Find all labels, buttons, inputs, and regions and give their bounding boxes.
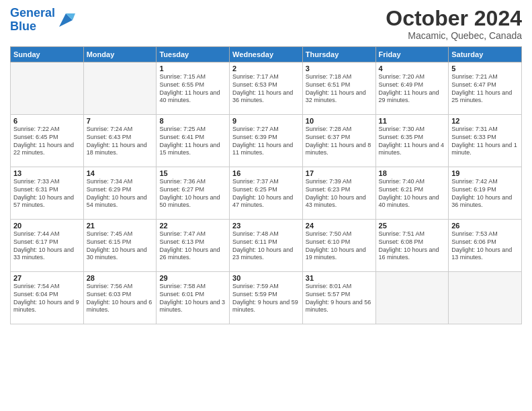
table-row: 29Sunrise: 7:58 AM Sunset: 6:01 PM Dayli… <box>157 272 230 324</box>
cell-info: Sunrise: 7:34 AM Sunset: 6:29 PM Dayligh… <box>87 178 154 210</box>
table-row: 2Sunrise: 7:17 AM Sunset: 6:53 PM Daylig… <box>230 62 303 115</box>
cell-info: Sunrise: 7:42 AM Sunset: 6:19 PM Dayligh… <box>451 178 519 210</box>
table-row: 22Sunrise: 7:47 AM Sunset: 6:13 PM Dayli… <box>157 220 230 272</box>
cell-info: Sunrise: 7:17 AM Sunset: 6:53 PM Dayligh… <box>232 73 300 105</box>
col-saturday: Saturday <box>449 47 522 62</box>
table-row: 25Sunrise: 7:51 AM Sunset: 6:08 PM Dayli… <box>375 220 449 272</box>
cell-date: 2 <box>232 64 300 73</box>
cell-date: 27 <box>13 274 81 282</box>
cell-info: Sunrise: 7:20 AM Sunset: 6:49 PM Dayligh… <box>379 73 446 105</box>
logo-icon <box>56 11 75 30</box>
cell-info: Sunrise: 7:48 AM Sunset: 6:11 PM Dayligh… <box>232 230 300 262</box>
cell-date: 26 <box>451 222 519 230</box>
table-row: 31Sunrise: 8:01 AM Sunset: 5:57 PM Dayli… <box>302 272 375 324</box>
cell-date: 5 <box>451 64 519 73</box>
table-row: 7Sunrise: 7:24 AM Sunset: 6:43 PM Daylig… <box>83 115 157 167</box>
col-monday: Monday <box>83 47 157 62</box>
table-row: 27Sunrise: 7:54 AM Sunset: 6:04 PM Dayli… <box>11 272 84 324</box>
calendar-table: Sunday Monday Tuesday Wednesday Thursday… <box>10 46 522 324</box>
col-wednesday: Wednesday <box>230 47 303 62</box>
table-row: 21Sunrise: 7:45 AM Sunset: 6:15 PM Dayli… <box>83 220 157 272</box>
table-row: 14Sunrise: 7:34 AM Sunset: 6:29 PM Dayli… <box>83 167 157 220</box>
cell-info: Sunrise: 7:33 AM Sunset: 6:31 PM Dayligh… <box>13 178 81 210</box>
col-tuesday: Tuesday <box>157 47 230 62</box>
cell-info: Sunrise: 7:22 AM Sunset: 6:45 PM Dayligh… <box>13 126 81 157</box>
cell-date: 28 <box>87 274 154 282</box>
table-row <box>83 62 157 115</box>
cell-date: 9 <box>232 117 300 125</box>
table-row: 13Sunrise: 7:33 AM Sunset: 6:31 PM Dayli… <box>11 167 84 220</box>
table-row: 24Sunrise: 7:50 AM Sunset: 6:10 PM Dayli… <box>302 220 375 272</box>
cell-date: 15 <box>159 169 226 177</box>
cell-date: 4 <box>379 64 446 73</box>
logo: General Blue <box>10 7 75 34</box>
table-row: 30Sunrise: 7:59 AM Sunset: 5:59 PM Dayli… <box>230 272 303 324</box>
calendar-week-4: 20Sunrise: 7:44 AM Sunset: 6:17 PM Dayli… <box>11 220 522 272</box>
cell-date: 30 <box>232 274 300 282</box>
cell-date: 22 <box>159 222 226 230</box>
table-row: 11Sunrise: 7:30 AM Sunset: 6:35 PM Dayli… <box>375 115 449 167</box>
cell-date: 11 <box>379 117 446 125</box>
cell-info: Sunrise: 7:37 AM Sunset: 6:25 PM Dayligh… <box>232 178 300 210</box>
cell-info: Sunrise: 7:39 AM Sunset: 6:23 PM Dayligh… <box>306 178 373 210</box>
cell-info: Sunrise: 7:47 AM Sunset: 6:13 PM Dayligh… <box>159 230 226 262</box>
cell-info: Sunrise: 7:53 AM Sunset: 6:06 PM Dayligh… <box>451 230 519 262</box>
cell-info: Sunrise: 7:24 AM Sunset: 6:43 PM Dayligh… <box>87 126 154 157</box>
cell-info: Sunrise: 7:18 AM Sunset: 6:51 PM Dayligh… <box>306 73 373 105</box>
cell-date: 8 <box>159 117 226 125</box>
table-row: 5Sunrise: 7:21 AM Sunset: 6:47 PM Daylig… <box>449 62 522 115</box>
cell-date: 17 <box>306 169 373 177</box>
cell-info: Sunrise: 7:15 AM Sunset: 6:55 PM Dayligh… <box>159 73 226 105</box>
cell-date: 29 <box>159 274 226 282</box>
table-row: 10Sunrise: 7:28 AM Sunset: 6:37 PM Dayli… <box>302 115 375 167</box>
cell-date: 16 <box>232 169 300 177</box>
table-row <box>375 272 449 324</box>
header-row: Sunday Monday Tuesday Wednesday Thursday… <box>11 47 522 62</box>
cell-info: Sunrise: 7:54 AM Sunset: 6:04 PM Dayligh… <box>13 283 81 314</box>
table-row: 12Sunrise: 7:31 AM Sunset: 6:33 PM Dayli… <box>449 115 522 167</box>
cell-date: 14 <box>87 169 154 177</box>
month-title: October 2024 <box>386 7 522 30</box>
cell-date: 23 <box>232 222 300 230</box>
cell-date: 6 <box>13 117 81 125</box>
cell-info: Sunrise: 7:31 AM Sunset: 6:33 PM Dayligh… <box>451 126 519 157</box>
table-row: 19Sunrise: 7:42 AM Sunset: 6:19 PM Dayli… <box>449 167 522 220</box>
cell-info: Sunrise: 7:36 AM Sunset: 6:27 PM Dayligh… <box>159 178 226 210</box>
cell-info: Sunrise: 7:30 AM Sunset: 6:35 PM Dayligh… <box>379 126 446 157</box>
table-row: 6Sunrise: 7:22 AM Sunset: 6:45 PM Daylig… <box>11 115 84 167</box>
calendar-week-5: 27Sunrise: 7:54 AM Sunset: 6:04 PM Dayli… <box>11 272 522 324</box>
cell-date: 19 <box>451 169 519 177</box>
cell-date: 3 <box>306 64 373 73</box>
cell-info: Sunrise: 7:50 AM Sunset: 6:10 PM Dayligh… <box>306 230 373 262</box>
cell-info: Sunrise: 7:59 AM Sunset: 5:59 PM Dayligh… <box>232 283 300 314</box>
table-row: 9Sunrise: 7:27 AM Sunset: 6:39 PM Daylig… <box>230 115 303 167</box>
table-row: 20Sunrise: 7:44 AM Sunset: 6:17 PM Dayli… <box>11 220 84 272</box>
table-row <box>11 62 84 115</box>
cell-date: 12 <box>451 117 519 125</box>
table-row: 8Sunrise: 7:25 AM Sunset: 6:41 PM Daylig… <box>157 115 230 167</box>
cell-info: Sunrise: 7:27 AM Sunset: 6:39 PM Dayligh… <box>232 126 300 157</box>
logo-text-blue: Blue <box>10 20 55 34</box>
col-thursday: Thursday <box>302 47 375 62</box>
cell-info: Sunrise: 7:21 AM Sunset: 6:47 PM Dayligh… <box>451 73 519 105</box>
table-row: 1Sunrise: 7:15 AM Sunset: 6:55 PM Daylig… <box>157 62 230 115</box>
cell-date: 25 <box>379 222 446 230</box>
cell-info: Sunrise: 7:56 AM Sunset: 6:03 PM Dayligh… <box>87 283 154 314</box>
cell-info: Sunrise: 8:01 AM Sunset: 5:57 PM Dayligh… <box>306 283 373 314</box>
cell-info: Sunrise: 7:40 AM Sunset: 6:21 PM Dayligh… <box>379 178 446 210</box>
cell-date: 13 <box>13 169 81 177</box>
calendar-week-2: 6Sunrise: 7:22 AM Sunset: 6:45 PM Daylig… <box>11 115 522 167</box>
cell-info: Sunrise: 7:45 AM Sunset: 6:15 PM Dayligh… <box>87 230 154 262</box>
table-row: 28Sunrise: 7:56 AM Sunset: 6:03 PM Dayli… <box>83 272 157 324</box>
title-area: October 2024 Macamic, Quebec, Canada <box>386 7 522 41</box>
cell-info: Sunrise: 7:58 AM Sunset: 6:01 PM Dayligh… <box>159 283 226 314</box>
table-row: 26Sunrise: 7:53 AM Sunset: 6:06 PM Dayli… <box>449 220 522 272</box>
col-friday: Friday <box>375 47 449 62</box>
cell-date: 18 <box>379 169 446 177</box>
table-row <box>449 272 522 324</box>
table-row: 16Sunrise: 7:37 AM Sunset: 6:25 PM Dayli… <box>230 167 303 220</box>
cell-date: 24 <box>306 222 373 230</box>
table-row: 23Sunrise: 7:48 AM Sunset: 6:11 PM Dayli… <box>230 220 303 272</box>
table-row: 3Sunrise: 7:18 AM Sunset: 6:51 PM Daylig… <box>302 62 375 115</box>
subtitle: Macamic, Quebec, Canada <box>386 30 522 41</box>
